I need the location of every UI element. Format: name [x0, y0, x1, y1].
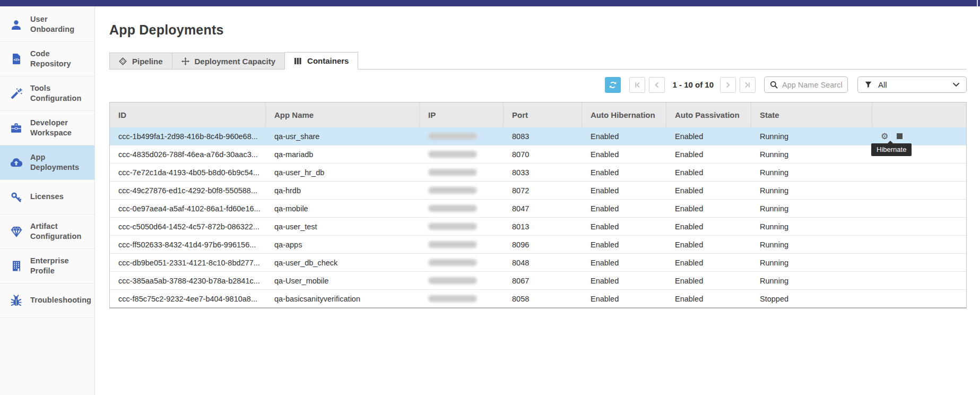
- table-row[interactable]: ccc-f85c75c2-9232-4ee7-b404-9810a8... qa…: [110, 289, 966, 307]
- tab-deployment-capacity[interactable]: Deployment Capacity: [172, 53, 285, 69]
- table-header-row: ID App Name IP Port Auto Hibernation Aut…: [110, 102, 966, 127]
- column-header-actions: [872, 102, 966, 127]
- chevron-down-icon: [953, 83, 959, 87]
- cell-auto-passivation: Enabled: [666, 164, 751, 181]
- next-page-icon: [724, 81, 732, 89]
- cell-port: 8070: [504, 145, 582, 163]
- sidebar-item-enterprise-profile[interactable]: Enterprise Profile: [0, 249, 94, 284]
- cell-auto-passivation: Enabled: [666, 182, 751, 199]
- cell-ip: [420, 145, 504, 163]
- tab-pipeline[interactable]: Pipeline: [109, 53, 172, 69]
- table-row[interactable]: ccc-ff502633-8432-41d4-97b6-996156... qa…: [110, 235, 966, 253]
- table-row[interactable]: ccc-1b499fa1-2d98-416b-8c4b-960e68... qa…: [110, 127, 966, 145]
- first-page-button[interactable]: [629, 77, 645, 93]
- tab-label: Deployment Capacity: [195, 57, 276, 66]
- cell-auto-hibernation: Enabled: [582, 145, 666, 163]
- table-row[interactable]: ccc-385aa5ab-3788-4230-b78a-b2841c... qa…: [110, 271, 966, 289]
- cell-state: Running: [751, 254, 872, 271]
- search-icon: [770, 81, 778, 89]
- next-page-button[interactable]: [720, 77, 736, 93]
- column-header-ip[interactable]: IP: [420, 102, 504, 127]
- cell-port: 8033: [504, 164, 582, 181]
- cell-actions: [872, 236, 966, 253]
- cell-app-name: qa-apps: [266, 236, 420, 253]
- redacted-ip: [428, 259, 477, 266]
- sidebar-item-tools-configuration[interactable]: Tools Configuration: [0, 76, 94, 111]
- sidebar: User Onboarding </> Code Repository Tool…: [0, 6, 95, 395]
- table-row[interactable]: ccc-4835d026-788f-46ea-a76d-30aac3... qa…: [110, 145, 966, 163]
- cell-id: ccc-4835d026-788f-46ea-a76d-30aac3...: [110, 145, 266, 163]
- sidebar-item-code-repository[interactable]: </> Code Repository: [0, 42, 94, 76]
- cell-port: 8013: [504, 218, 582, 235]
- tab-containers[interactable]: Containers: [284, 52, 358, 70]
- sidebar-item-label: Licenses: [30, 192, 64, 202]
- last-page-button[interactable]: [740, 77, 756, 93]
- filter-dropdown[interactable]: All: [857, 76, 967, 93]
- column-header-app-name[interactable]: App Name: [266, 102, 420, 127]
- cell-port: 8096: [504, 236, 582, 253]
- key-icon: [9, 191, 23, 204]
- gear-icon[interactable]: ⚙: [881, 132, 888, 141]
- last-page-icon: [744, 81, 751, 89]
- sidebar-item-label: Developer Workspace: [30, 118, 90, 138]
- cell-auto-hibernation: Enabled: [582, 164, 666, 181]
- cell-actions: [872, 272, 966, 289]
- sidebar-item-app-deployments[interactable]: App Deployments: [0, 145, 94, 180]
- cell-app-name: qa-mobile: [266, 200, 420, 217]
- cell-auto-hibernation: Enabled: [582, 182, 666, 199]
- column-header-state[interactable]: State: [751, 102, 872, 127]
- sidebar-item-licenses[interactable]: Licenses: [0, 180, 94, 214]
- cell-port: 8072: [504, 182, 582, 199]
- magic-wand-icon: [9, 87, 23, 100]
- cell-auto-hibernation: Enabled: [582, 290, 666, 307]
- sidebar-item-artifact-configuration[interactable]: Artifact Configuration: [0, 214, 94, 249]
- redacted-ip: [428, 295, 477, 302]
- top-navigation-bar: [0, 0, 980, 6]
- column-header-port[interactable]: Port: [504, 102, 582, 127]
- page-title: App Deployments: [109, 22, 967, 38]
- sidebar-item-developer-workspace[interactable]: Developer Workspace: [0, 111, 94, 145]
- refresh-button[interactable]: [605, 77, 621, 93]
- table-row[interactable]: ccc-db9be051-2331-4121-8c10-8bd277... qa…: [110, 253, 966, 271]
- cell-state: Running: [751, 218, 872, 235]
- cell-actions: [872, 164, 966, 181]
- sidebar-item-label: Enterprise Profile: [30, 256, 90, 276]
- cell-actions: [872, 290, 966, 307]
- table-row[interactable]: ccc-0e97aea4-a5af-4102-86a1-fd60e16... q…: [110, 199, 966, 217]
- cell-actions: [872, 200, 966, 217]
- cell-auto-hibernation: Enabled: [582, 254, 666, 271]
- cell-id: ccc-1b499fa1-2d98-416b-8c4b-960e68...: [110, 127, 266, 145]
- app-name-search: [764, 76, 848, 93]
- cell-id: ccc-49c27876-ed1c-4292-b0f8-550588...: [110, 182, 266, 199]
- building-icon: [9, 260, 23, 272]
- sidebar-item-user-onboarding[interactable]: User Onboarding: [0, 7, 94, 42]
- table-toolbar: 1 - 10 of 10 All: [109, 76, 967, 93]
- table-row[interactable]: ccc-c5050d64-1452-4c57-872b-086322... qa…: [110, 217, 966, 235]
- table-row[interactable]: ccc-49c27876-ed1c-4292-b0f8-550588... qa…: [110, 181, 966, 199]
- diamond-icon: [9, 225, 23, 238]
- cell-auto-passivation: Enabled: [666, 290, 751, 307]
- containers-table: ID App Name IP Port Auto Hibernation Aut…: [109, 102, 967, 308]
- column-header-auto-passivation[interactable]: Auto Passivation: [666, 102, 751, 127]
- cell-port: 8067: [504, 272, 582, 289]
- tab-label: Pipeline: [132, 57, 163, 66]
- search-input[interactable]: [782, 81, 842, 89]
- cell-ip: [420, 290, 504, 307]
- cell-auto-hibernation: Enabled: [582, 272, 666, 289]
- sidebar-item-label: Artifact Configuration: [30, 221, 90, 242]
- table-row[interactable]: ccc-7e72c1da-4193-4b05-b8d0-6b9c54... qa…: [110, 163, 966, 181]
- user-icon: [9, 18, 23, 31]
- hibernate-button[interactable]: [897, 133, 903, 139]
- hibernate-square-icon: [897, 133, 903, 139]
- redacted-ip: [428, 223, 477, 230]
- cell-ip: [420, 218, 504, 235]
- previous-page-button[interactable]: [649, 77, 665, 93]
- code-file-icon: </>: [9, 53, 23, 65]
- cell-id: ccc-0e97aea4-a5af-4102-86a1-fd60e16...: [110, 200, 266, 217]
- column-header-auto-hibernation[interactable]: Auto Hibernation: [582, 102, 666, 127]
- sidebar-item-label: User Onboarding: [30, 14, 90, 35]
- cell-ip: [420, 182, 504, 199]
- cell-state: Running: [751, 272, 872, 289]
- sidebar-item-troubleshooting[interactable]: Troubleshooting: [0, 284, 94, 318]
- column-header-id[interactable]: ID: [110, 102, 266, 127]
